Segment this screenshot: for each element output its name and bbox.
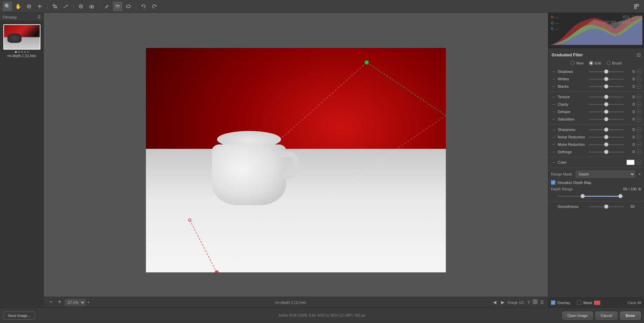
next-image-btn[interactable]: ▶ bbox=[499, 299, 506, 305]
color-minus-btn[interactable]: − bbox=[551, 160, 556, 165]
zoom-in-btn[interactable] bbox=[56, 299, 63, 305]
mode-brush[interactable]: Brush bbox=[607, 61, 622, 65]
blacks-slider[interactable] bbox=[589, 84, 624, 89]
reset-btn[interactable] bbox=[139, 2, 148, 11]
saturation-minus-btn[interactable]: − bbox=[551, 116, 556, 122]
mode-edit[interactable]: Edit bbox=[589, 61, 601, 65]
clarity-slider[interactable] bbox=[589, 102, 624, 107]
graduated-filter-btn[interactable] bbox=[113, 2, 122, 11]
canvas-area[interactable]: 27.1% ▼ rm-depth-1 (1).heic ◀ ▶ Image 1/… bbox=[44, 13, 548, 307]
thumb-filename: rm-depth-1 (1).heic bbox=[3, 54, 40, 58]
status-grid-btn[interactable] bbox=[532, 299, 538, 306]
shadows-minus-btn[interactable]: − bbox=[551, 69, 556, 74]
expand-icon-btn[interactable] bbox=[632, 2, 641, 11]
moire-reduction-row: − Moire Reduction 0 + bbox=[548, 141, 644, 148]
moire-minus-btn[interactable]: − bbox=[551, 142, 556, 147]
texture-row: − Texture 0 + bbox=[548, 93, 644, 101]
heal-tool-btn[interactable] bbox=[76, 2, 86, 11]
redeye-tool-btn[interactable] bbox=[87, 2, 96, 11]
clear-all-btn[interactable]: Clear All bbox=[627, 301, 641, 305]
noise-minus-btn[interactable]: − bbox=[551, 134, 556, 140]
depth-range-value: 66 / 100 bbox=[623, 187, 637, 191]
radial-filter-btn[interactable] bbox=[124, 2, 133, 11]
whites-slider[interactable] bbox=[589, 77, 624, 81]
range-mask-select[interactable]: Depth Luminance Color bbox=[576, 170, 635, 178]
visualize-depth-checkbox[interactable] bbox=[551, 180, 555, 185]
svg-rect-36 bbox=[535, 300, 537, 301]
redo-btn[interactable] bbox=[150, 2, 159, 11]
clarity-minus-btn[interactable]: − bbox=[551, 102, 556, 107]
dehaze-plus-btn[interactable]: + bbox=[636, 109, 641, 114]
filmstrip-thumbnail[interactable]: rm-depth-1 (1).heic bbox=[3, 24, 40, 58]
image-nav[interactable]: ◀ ▶ Image 1/1 bbox=[491, 299, 524, 305]
noise-label: Noise Reduction bbox=[558, 135, 587, 139]
save-image-btn[interactable]: Save Image... bbox=[3, 312, 35, 320]
texture-value: 0 bbox=[625, 95, 635, 99]
svg-rect-38 bbox=[535, 302, 537, 304]
range-mask-expand: ▼ bbox=[638, 172, 641, 176]
whites-minus-btn[interactable]: − bbox=[551, 76, 556, 82]
defringe-slider[interactable] bbox=[589, 150, 624, 154]
svg-rect-15 bbox=[116, 5, 120, 6]
moire-plus-btn[interactable]: + bbox=[636, 142, 641, 147]
shadows-slider[interactable] bbox=[589, 69, 624, 74]
thumb-dots bbox=[3, 51, 40, 53]
prev-image-btn[interactable]: ◀ bbox=[491, 299, 498, 305]
sharpness-slider[interactable] bbox=[589, 127, 624, 132]
straighten-tool-btn[interactable] bbox=[61, 2, 70, 11]
defringe-plus-btn[interactable]: + bbox=[636, 149, 641, 155]
depth-range-label: Depth Range bbox=[551, 187, 622, 191]
mask-color-swatch[interactable] bbox=[594, 301, 600, 305]
open-image-btn[interactable]: Open Image bbox=[562, 312, 593, 320]
filmstrip-menu-icon[interactable]: ☰ bbox=[37, 15, 41, 19]
clarity-plus-btn[interactable]: + bbox=[636, 102, 641, 107]
texture-minus-btn[interactable]: − bbox=[551, 94, 556, 100]
dehaze-minus-btn[interactable]: − bbox=[551, 109, 556, 114]
range-mask-label: Range Mask: bbox=[551, 172, 573, 176]
zoom-control[interactable]: 27.1% ▼ bbox=[47, 299, 90, 306]
blacks-plus-btn[interactable]: + bbox=[636, 84, 641, 89]
zoom-out-btn[interactable] bbox=[47, 299, 55, 305]
status-menu-btn[interactable]: ☰ bbox=[540, 299, 545, 306]
status-y-btn[interactable]: Y bbox=[527, 299, 531, 306]
histogram-area: R: --- G: --- B: --- bbox=[548, 13, 644, 48]
saturation-plus-btn[interactable]: + bbox=[636, 116, 641, 122]
panel-expand-icon[interactable]: ⊡ bbox=[637, 52, 641, 58]
dehaze-slider[interactable] bbox=[589, 109, 624, 114]
done-btn[interactable]: Done bbox=[620, 312, 641, 320]
texture-plus-btn[interactable]: + bbox=[636, 94, 641, 100]
texture-slider[interactable] bbox=[589, 95, 624, 99]
sharpness-plus-btn[interactable]: + bbox=[636, 127, 641, 132]
zoom-select[interactable]: 27.1% bbox=[65, 299, 86, 306]
overlay-checkbox[interactable] bbox=[551, 300, 555, 305]
noise-slider[interactable] bbox=[589, 135, 624, 139]
depth-range-header-row: Depth Range 66 / 100 ⊕ bbox=[548, 186, 644, 192]
smoothness-slider[interactable] bbox=[589, 204, 624, 209]
cancel-btn[interactable]: Cancel bbox=[595, 312, 617, 320]
adjustment-brush-btn[interactable] bbox=[102, 2, 112, 11]
zoom-tool-btn[interactable]: 🔍 bbox=[3, 2, 12, 11]
noise-plus-btn[interactable]: + bbox=[636, 134, 641, 140]
mask-checkbox[interactable] bbox=[577, 300, 581, 305]
sharpness-minus-btn[interactable]: − bbox=[551, 127, 556, 132]
depth-range-icon[interactable]: ⊕ bbox=[638, 187, 641, 191]
mask-label: Mask bbox=[583, 301, 592, 305]
thumb-dot-2 bbox=[18, 51, 20, 53]
color-sampler-tool-btn[interactable] bbox=[35, 2, 44, 11]
defringe-minus-btn[interactable]: − bbox=[551, 149, 556, 155]
mode-new[interactable]: New bbox=[571, 61, 584, 65]
shadows-plus-btn[interactable]: + bbox=[636, 69, 641, 74]
smoothness-value: 50 bbox=[625, 205, 635, 209]
saturation-slider[interactable] bbox=[589, 117, 624, 122]
divider-3 bbox=[548, 157, 644, 157]
hand-tool-btn[interactable]: ✋ bbox=[13, 2, 23, 11]
depth-range-slider[interactable] bbox=[558, 194, 624, 198]
blacks-minus-btn[interactable]: − bbox=[551, 84, 556, 89]
whites-plus-btn[interactable]: + bbox=[636, 76, 641, 82]
color-plus-btn[interactable]: + bbox=[636, 160, 641, 165]
white-balance-tool-btn[interactable] bbox=[24, 2, 34, 11]
crop-tool-btn[interactable] bbox=[50, 2, 60, 11]
color-swatch[interactable] bbox=[626, 160, 635, 165]
moire-slider[interactable] bbox=[589, 142, 624, 147]
noise-reduction-row: − Noise Reduction 0 + bbox=[548, 133, 644, 141]
